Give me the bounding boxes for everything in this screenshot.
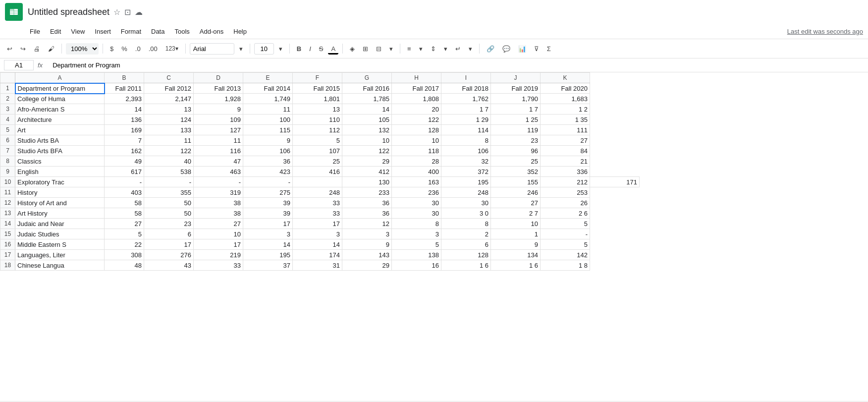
- cell-r3-c9[interactable]: 1 7: [491, 104, 541, 115]
- cell-r3-c5[interactable]: 13: [293, 104, 342, 115]
- menu-insert[interactable]: Insert: [91, 26, 115, 37]
- cell-r5-c8[interactable]: 114: [441, 125, 491, 135]
- cell-r7-c10[interactable]: 84: [541, 146, 590, 156]
- cell-r14-c7[interactable]: 8: [392, 219, 441, 229]
- italic-button[interactable]: I: [306, 43, 314, 55]
- cell-r17-c4[interactable]: 195: [243, 250, 293, 260]
- cell-r18-c6[interactable]: 29: [342, 260, 392, 271]
- percent-button[interactable]: %: [118, 43, 130, 55]
- cell-r17-c10[interactable]: 142: [541, 250, 590, 260]
- cell-r12-c10[interactable]: 26: [541, 198, 590, 208]
- cell-r15-c1[interactable]: 5: [105, 229, 144, 239]
- cell-r14-c10[interactable]: 5: [541, 219, 590, 229]
- cell-reference-input[interactable]: [4, 60, 34, 70]
- row-number-9[interactable]: 9: [0, 167, 15, 177]
- cell-r11-c10[interactable]: 253: [541, 187, 590, 198]
- halign-dropdown[interactable]: ▾: [416, 43, 426, 55]
- cell-r12-c5[interactable]: 33: [293, 198, 342, 208]
- row-number-16[interactable]: 16: [0, 239, 15, 250]
- cell-r8-c3[interactable]: 47: [194, 156, 243, 167]
- cell-r5-c2[interactable]: 133: [144, 125, 194, 135]
- cell-r6-c5[interactable]: 5: [293, 135, 342, 146]
- row-number-6[interactable]: 6: [0, 135, 15, 146]
- cell-r18-c8[interactable]: 1 6: [441, 260, 491, 271]
- cell-r15-c3[interactable]: 10: [194, 229, 243, 239]
- font-dropdown-button[interactable]: ▾: [236, 43, 246, 55]
- cell-r15-c7[interactable]: 3: [392, 229, 441, 239]
- cell-r14-c4[interactable]: 17: [243, 219, 293, 229]
- row-number-2[interactable]: 2: [0, 94, 15, 104]
- col-header-e[interactable]: E: [243, 73, 293, 83]
- cell-r1-c10[interactable]: Fall 2020: [541, 83, 590, 94]
- menu-file[interactable]: File: [26, 26, 44, 37]
- cell-r9-c8[interactable]: 372: [441, 167, 491, 177]
- cell-r18-c0[interactable]: Chinese Langua: [15, 260, 105, 271]
- folder-icon[interactable]: ⊡: [124, 7, 131, 17]
- cell-r6-c4[interactable]: 9: [243, 135, 293, 146]
- cell-r18-c3[interactable]: 33: [194, 260, 243, 271]
- cell-r7-c9[interactable]: 96: [491, 146, 541, 156]
- menu-view[interactable]: View: [67, 26, 89, 37]
- cell-r12-c7[interactable]: 30: [392, 198, 441, 208]
- cell-r14-c9[interactable]: 10: [491, 219, 541, 229]
- cell-r16-c4[interactable]: 14: [243, 239, 293, 250]
- cell-r8-c5[interactable]: 25: [293, 156, 342, 167]
- cell-r8-c6[interactable]: 29: [342, 156, 392, 167]
- font-color-button[interactable]: A: [328, 43, 338, 55]
- cell-r9-c4[interactable]: 423: [243, 167, 293, 177]
- cell-r4-c2[interactable]: 124: [144, 115, 194, 125]
- cell-r14-c2[interactable]: 23: [144, 219, 194, 229]
- cell-r13-c7[interactable]: 30: [392, 208, 441, 219]
- cell-r2-c5[interactable]: 1,801: [293, 94, 342, 104]
- title-text[interactable]: Untitled spreadsheet: [28, 7, 109, 17]
- cell-r10-c10[interactable]: 212: [541, 177, 590, 187]
- borders-button[interactable]: ⊞: [360, 43, 371, 55]
- row-number-7[interactable]: 7: [0, 146, 15, 156]
- filter-button[interactable]: ⊽: [531, 43, 542, 55]
- link-button[interactable]: 🔗: [484, 43, 497, 55]
- cell-r4-c3[interactable]: 109: [194, 115, 243, 125]
- cell-r1-c0[interactable]: Department or Program: [15, 83, 105, 94]
- cell-r17-c6[interactable]: 143: [342, 250, 392, 260]
- cell-r11-c6[interactable]: 233: [342, 187, 392, 198]
- row-number-15[interactable]: 15: [0, 229, 15, 239]
- cell-r17-c8[interactable]: 128: [441, 250, 491, 260]
- cell-r6-c10[interactable]: 27: [541, 135, 590, 146]
- cell-r9-c6[interactable]: 412: [342, 167, 392, 177]
- cell-r18-c5[interactable]: 31: [293, 260, 342, 271]
- cell-r6-c7[interactable]: 10: [392, 135, 441, 146]
- menu-help[interactable]: Help: [229, 26, 251, 37]
- cell-r3-c4[interactable]: 11: [243, 104, 293, 115]
- cell-r15-c10[interactable]: -: [541, 229, 590, 239]
- merge-dropdown[interactable]: ▾: [386, 43, 396, 55]
- col-header-h[interactable]: H: [392, 73, 441, 83]
- row-number-12[interactable]: 12: [0, 198, 15, 208]
- valign-button[interactable]: ⇕: [428, 43, 439, 55]
- cell-r4-c6[interactable]: 105: [342, 115, 392, 125]
- cell-r15-c5[interactable]: 3: [293, 229, 342, 239]
- cell-r14-c5[interactable]: 17: [293, 219, 342, 229]
- cell-r7-c0[interactable]: Studio Arts BFA: [15, 146, 105, 156]
- cell-r5-c4[interactable]: 115: [243, 125, 293, 135]
- cell-r16-c3[interactable]: 17: [194, 239, 243, 250]
- row-number-4[interactable]: 4: [0, 115, 15, 125]
- font-name-input[interactable]: [190, 43, 234, 55]
- cell-r18-c9[interactable]: 1 6: [491, 260, 541, 271]
- col-header-b[interactable]: B: [105, 73, 144, 83]
- cell-r14-c8[interactable]: 8: [441, 219, 491, 229]
- cloud-icon[interactable]: ☁: [135, 7, 143, 17]
- cell-r17-c1[interactable]: 308: [105, 250, 144, 260]
- cell-r10-c8[interactable]: 195: [441, 177, 491, 187]
- cell-r16-c6[interactable]: 9: [342, 239, 392, 250]
- cell-r3-c0[interactable]: Afro-American S: [15, 104, 105, 115]
- cell-r7-c5[interactable]: 107: [293, 146, 342, 156]
- cell-r12-c0[interactable]: History of Art and: [15, 198, 105, 208]
- paint-format-button[interactable]: 🖌: [45, 43, 57, 55]
- cell-r13-c8[interactable]: 3 0: [441, 208, 491, 219]
- cell-r13-c1[interactable]: 58: [105, 208, 144, 219]
- chart-button[interactable]: 📊: [515, 43, 529, 55]
- col-header-g[interactable]: G: [342, 73, 392, 83]
- col-header-k[interactable]: K: [541, 73, 590, 83]
- cell-r6-c1[interactable]: 7: [105, 135, 144, 146]
- cell-r7-c6[interactable]: 122: [342, 146, 392, 156]
